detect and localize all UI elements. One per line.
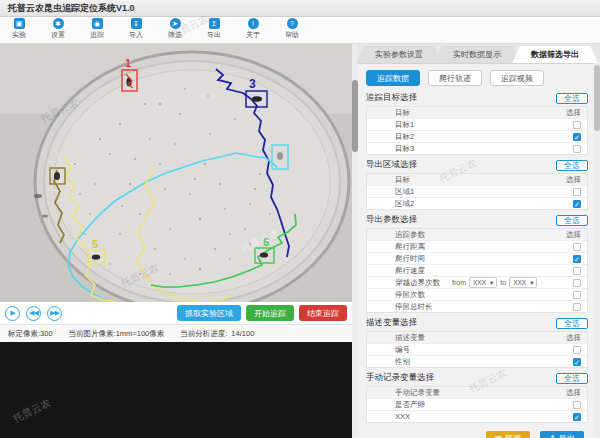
chevron-down-icon: ▾ xyxy=(530,279,533,287)
tab-realtime-data[interactable]: 实时数据显示 xyxy=(434,46,520,63)
table-row: XXX ✓ xyxy=(367,410,587,422)
checkbox[interactable] xyxy=(573,291,581,299)
subtab-tracking-video[interactable]: 追踪视频 xyxy=(490,70,544,86)
panel-body: 追踪数据 爬行轨迹 追踪视频 追踪目标选择 全选 目标 选择 xyxy=(358,64,600,438)
select-all-button[interactable]: 全选 xyxy=(556,318,588,329)
section-manual-vars: 手动记录变量选择 全选 手动记录变量 选择 是否产卵 XXX xyxy=(366,372,588,423)
panel-tabs: 实验参数设置 实时数据显示 数据筛选导出 xyxy=(358,44,600,64)
checkbox[interactable]: ✓ xyxy=(573,358,581,366)
from-dropdown[interactable]: XXX ▾ xyxy=(469,277,497,288)
scrollbar-thumb[interactable] xyxy=(594,65,600,131)
start-tracking-button[interactable]: 开始追踪 xyxy=(246,305,294,321)
table: 追踪参数 选择 爬行距离 爬行时间 ✓ 爬行速度 xyxy=(366,228,588,313)
stop-tracking-button[interactable]: 结束追踪 xyxy=(299,305,347,321)
chevron-down-icon: ▾ xyxy=(490,279,493,287)
checkbox[interactable] xyxy=(573,121,581,129)
upload-icon: ↥ xyxy=(549,434,556,438)
table-header: 描述变量 选择 xyxy=(367,332,587,343)
target-6-label: 6 xyxy=(263,236,269,248)
section-export-params: 导出参数选择 全选 追踪参数 选择 爬行距离 爬行时间 xyxy=(366,214,588,313)
viewer-background: 托普云农 xyxy=(0,342,352,438)
table: 目标 选择 目标1 目标2 ✓ 目标3 xyxy=(366,106,588,155)
tab-experiment-params[interactable]: 实验参数设置 xyxy=(356,46,442,63)
fast-forward-icon: ▶▶ xyxy=(50,309,59,317)
table-row: 区域2 ✓ xyxy=(367,197,587,209)
table-row: 停留次数 xyxy=(367,288,587,300)
table-row: 编号 xyxy=(367,343,587,355)
select-all-button[interactable]: 全选 xyxy=(556,373,588,384)
table-row: 区域1 xyxy=(367,185,587,197)
target-5-label: 5 xyxy=(92,238,98,250)
import-chart-icon: ↧ xyxy=(131,18,142,29)
panel-scrollbar[interactable] xyxy=(594,63,600,438)
checkbox[interactable] xyxy=(573,267,581,275)
toolbar-button-settings[interactable]: ✱ 设置 xyxy=(45,18,71,40)
toolbar-button-export[interactable]: ↥ 导出 xyxy=(201,18,227,40)
play-icon: ▶ xyxy=(10,309,14,317)
boundary-range: from XXX ▾ to XXX ▾ xyxy=(452,277,537,288)
info-icon: i xyxy=(248,18,259,29)
checkbox[interactable] xyxy=(573,145,581,153)
video-frame: 1 3 5 6 托普云农 托普云农 托普云农 xyxy=(0,44,352,302)
checkbox[interactable]: ✓ xyxy=(573,200,581,208)
section-title: 导出参数选择 xyxy=(366,214,417,226)
table: 描述变量 选择 编号 性别 ✓ xyxy=(366,331,588,368)
right-panel: 实验参数设置 实时数据显示 数据筛选导出 追踪数据 爬行轨迹 追踪视频 追踪目标… xyxy=(358,44,600,438)
table-row: 目标1 xyxy=(367,118,587,130)
fast-forward-button[interactable]: ▶▶ xyxy=(47,306,62,321)
toolbar-button-help[interactable]: ? 帮助 xyxy=(279,18,305,40)
table-row: 爬行距离 xyxy=(367,240,587,252)
export-button[interactable]: ↥ 导出 xyxy=(540,431,584,438)
capture-area-button[interactable]: 抓取实验区域 xyxy=(177,305,241,321)
experiment-icon: ▣ xyxy=(14,18,25,29)
table-row: 穿越边界次数 from XXX ▾ to XXX ▾ xyxy=(367,276,587,288)
subtab-tracking-data[interactable]: 追踪数据 xyxy=(366,70,420,86)
checkbox[interactable] xyxy=(573,401,581,409)
toolbar-button-import[interactable]: ↧ 导入 xyxy=(123,18,149,40)
preview-button[interactable]: ▦ 预览 xyxy=(486,431,531,438)
checkbox[interactable] xyxy=(573,303,581,311)
grid-icon: ▦ xyxy=(495,434,503,438)
table-row: 目标2 ✓ xyxy=(367,130,587,142)
title-bar: 托普云农昆虫追踪定位系统V1.0 xyxy=(0,0,600,17)
export-chart-icon: ↥ xyxy=(209,18,220,29)
toolbar-button-filter[interactable]: ➤ 筛选 xyxy=(162,18,188,40)
status-bar: 标定像素:300 当前图片像素:1mm=100像素 当前分析进度: 14/100 xyxy=(0,324,352,342)
checkbox[interactable]: ✓ xyxy=(573,133,581,141)
checkbox[interactable] xyxy=(573,279,581,287)
table-row: 性别 ✓ xyxy=(367,355,587,367)
help-icon: ? xyxy=(287,18,298,29)
tab-data-filter-export[interactable]: 数据筛选导出 xyxy=(512,46,598,63)
playback-controls: ▶ ◀◀ ▶▶ 抓取实验区域 开始追踪 结束追踪 xyxy=(0,302,352,324)
progress-value: 14/100 xyxy=(231,329,254,338)
checkbox[interactable] xyxy=(573,243,581,251)
table-row: 是否产卵 xyxy=(367,398,587,410)
panel-footer: ▦ 预览 ↥ 导出 xyxy=(366,431,588,438)
toolbar-button-experiment[interactable]: ▣ 实验 xyxy=(6,18,32,40)
app-window: 托普云农昆虫追踪定位系统V1.0 ▣ 实验 ✱ 设置 ◉ 追踪 ↧ 导入 ➤ 筛… xyxy=(0,0,600,438)
table-row: 爬行速度 xyxy=(367,264,587,276)
subtab-crawl-track[interactable]: 爬行轨迹 xyxy=(428,70,482,86)
select-all-button[interactable]: 全选 xyxy=(556,93,588,104)
select-all-button[interactable]: 全选 xyxy=(556,215,588,226)
section-title: 描述变量选择 xyxy=(366,317,417,329)
table-row: 目标3 xyxy=(367,142,587,154)
checkbox[interactable] xyxy=(573,346,581,354)
from-label: from xyxy=(452,279,466,286)
checkbox[interactable] xyxy=(573,188,581,196)
image-scale: 当前图片像素:1mm=100像素 xyxy=(69,329,165,339)
toolbar-button-about[interactable]: i 关于 xyxy=(240,18,266,40)
section-export-region: 导出区域选择 全选 目标 选择 区域1 区域2 xyxy=(366,159,588,210)
play-button[interactable]: ▶ xyxy=(5,306,20,321)
table-row: 爬行时间 ✓ xyxy=(367,252,587,264)
rewind-button[interactable]: ◀◀ xyxy=(26,306,41,321)
export-type-subtabs: 追踪数据 爬行轨迹 追踪视频 xyxy=(366,70,588,86)
camera-icon: ◉ xyxy=(92,18,103,29)
table: 手动记录变量 选择 是否产卵 XXX ✓ xyxy=(366,386,588,423)
to-dropdown[interactable]: XXX ▾ xyxy=(509,277,537,288)
select-all-button[interactable]: 全选 xyxy=(556,160,588,171)
checkbox[interactable]: ✓ xyxy=(573,413,581,421)
toolbar: ▣ 实验 ✱ 设置 ◉ 追踪 ↧ 导入 ➤ 筛选 ↥ 导出 i 关于 ? 帮助 xyxy=(0,17,600,44)
checkbox[interactable]: ✓ xyxy=(573,255,581,263)
toolbar-button-track[interactable]: ◉ 追踪 xyxy=(84,18,110,40)
